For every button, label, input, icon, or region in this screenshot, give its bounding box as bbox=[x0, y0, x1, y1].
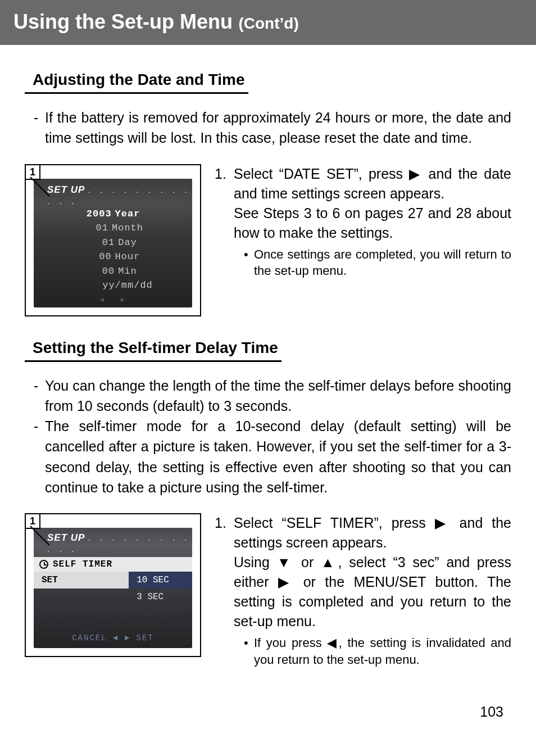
self-timer-set-label: SET bbox=[34, 572, 129, 588]
left-arrow-icon: ◄ bbox=[100, 296, 105, 304]
step-number: 1. bbox=[215, 513, 234, 668]
section2-note-2: The self-timer mode for a 10-second dela… bbox=[45, 416, 511, 497]
section2-step-line1: Select “SELF TIMER”, press ▶ and the set… bbox=[234, 513, 511, 553]
lcd-title-date: SET UP bbox=[47, 184, 85, 195]
dash-icon: - bbox=[34, 375, 45, 417]
self-timer-10sec: 10 SEC bbox=[129, 572, 192, 588]
dash-icon: - bbox=[34, 416, 45, 497]
step-number: 1. bbox=[215, 164, 234, 279]
bullet-dot-icon: • bbox=[244, 246, 254, 279]
section1-notes: - If the battery is removed for approxim… bbox=[34, 107, 511, 148]
lcd-badge-2: 1 bbox=[26, 514, 40, 529]
dash-icon: - bbox=[34, 107, 45, 148]
self-timer-row-3sec: 3 SEC bbox=[34, 588, 192, 605]
section1-step-line1: Select “DATE SET”, press ▶ and the date … bbox=[234, 164, 511, 203]
section1-step-line2: See Steps 3 to 6 on pages 27 and 28 abou… bbox=[234, 203, 511, 243]
date-row-year: 2003Year bbox=[34, 207, 192, 221]
date-row-hour: 00Hour bbox=[34, 250, 192, 264]
self-timer-3sec: 3 SEC bbox=[129, 588, 192, 605]
lcd-frame-selftimer: 1 SET UP . . . . . . . . . . . . SELF TI… bbox=[25, 513, 201, 657]
lcd-badge-1: 1 bbox=[26, 165, 40, 180]
timer-icon bbox=[39, 560, 48, 569]
date-row-min: 00Min bbox=[34, 264, 192, 279]
header-main: Using the Set-up Menu bbox=[13, 10, 233, 33]
self-timer-row-10sec: SET 10 SEC bbox=[34, 572, 192, 588]
page-header: Using the Set-up Menu (Cont’d) bbox=[0, 0, 536, 45]
date-row-month: 01Month bbox=[34, 221, 192, 236]
date-row-day: 01Day bbox=[34, 236, 192, 250]
lcd-subtitle-row: SELF TIMER bbox=[34, 557, 192, 572]
section-title-selftimer: Setting the Self-timer Delay Time bbox=[25, 339, 281, 362]
right-arrow-icon: ► bbox=[121, 296, 126, 304]
bullet-dot-icon: • bbox=[244, 635, 254, 668]
section2-step-bullet1: If you press ◀, the setting is invalidat… bbox=[254, 635, 511, 668]
section1-note-1: If the battery is removed for approximat… bbox=[45, 107, 511, 148]
page-number: 103 bbox=[480, 704, 503, 720]
section1-step-bullet1: Once settings are completed, you will re… bbox=[254, 246, 511, 279]
section-title-date: Adjusting the Date and Time bbox=[25, 71, 248, 94]
date-row-format: yy/mm/dd bbox=[34, 278, 192, 293]
lcd-foot-cancel-set: CANCEL ◄ ► SET bbox=[34, 633, 192, 642]
lcd-foot-arrows: ◄ ► bbox=[34, 296, 192, 304]
section2-step-line2: Using ▼ or ▲, select “3 sec” and press e… bbox=[234, 553, 511, 631]
section2-steps: 1. Select “SELF TIMER”, press ▶ and the … bbox=[215, 513, 511, 670]
lcd-subtitle: SELF TIMER bbox=[53, 559, 112, 569]
lcd-frame-date: 1 SET UP . . . . . . . . . . . . 2003Yea… bbox=[25, 164, 201, 316]
section2-notes: - You can change the length of the time … bbox=[34, 375, 511, 498]
section2-note-1: You can change the length of the time th… bbox=[45, 375, 511, 417]
lcd-screen-selftimer: SET UP . . . . . . . . . . . . SELF TIME… bbox=[34, 528, 192, 648]
lcd-title-self: SET UP bbox=[47, 532, 85, 543]
header-sub: (Cont’d) bbox=[238, 15, 298, 32]
lcd-screen-date: SET UP . . . . . . . . . . . . 2003Year … bbox=[34, 179, 192, 307]
section1-steps: 1. Select “DATE SET”, press ▶ and the da… bbox=[215, 164, 511, 282]
